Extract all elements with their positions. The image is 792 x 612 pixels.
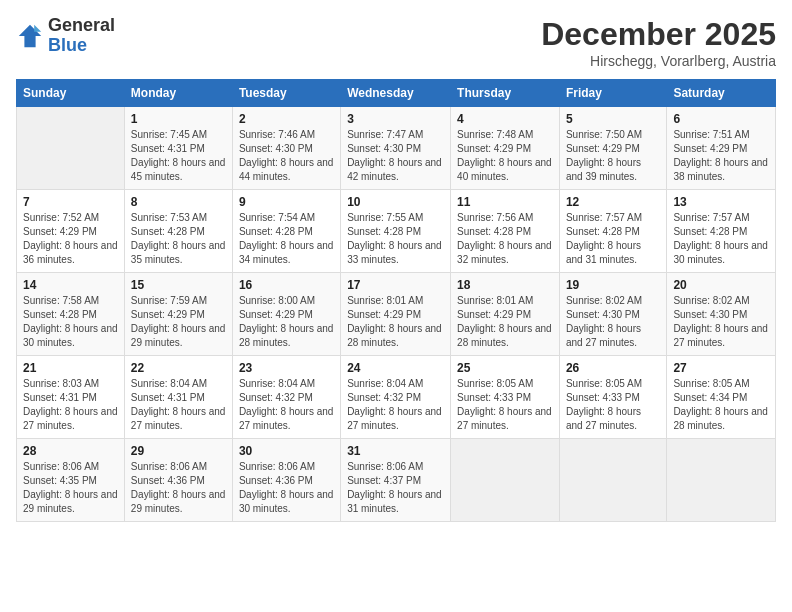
day-number: 12 [566,195,660,209]
calendar-cell: 10Sunrise: 7:55 AMSunset: 4:28 PMDayligh… [341,190,451,273]
calendar-header-row: SundayMondayTuesdayWednesdayThursdayFrid… [17,80,776,107]
day-info: Sunrise: 7:59 AMSunset: 4:29 PMDaylight:… [131,294,226,350]
calendar-cell [667,439,776,522]
calendar-cell: 25Sunrise: 8:05 AMSunset: 4:33 PMDayligh… [451,356,560,439]
calendar-cell: 15Sunrise: 7:59 AMSunset: 4:29 PMDayligh… [124,273,232,356]
day-number: 29 [131,444,226,458]
calendar-cell: 21Sunrise: 8:03 AMSunset: 4:31 PMDayligh… [17,356,125,439]
calendar-week-row: 7Sunrise: 7:52 AMSunset: 4:29 PMDaylight… [17,190,776,273]
day-number: 19 [566,278,660,292]
day-number: 18 [457,278,553,292]
calendar-cell: 9Sunrise: 7:54 AMSunset: 4:28 PMDaylight… [232,190,340,273]
day-number: 25 [457,361,553,375]
month-title: December 2025 [541,16,776,53]
calendar-cell: 5Sunrise: 7:50 AMSunset: 4:29 PMDaylight… [559,107,666,190]
logo-icon [16,22,44,50]
calendar-cell: 1Sunrise: 7:45 AMSunset: 4:31 PMDaylight… [124,107,232,190]
day-info: Sunrise: 7:48 AMSunset: 4:29 PMDaylight:… [457,128,553,184]
day-info: Sunrise: 8:05 AMSunset: 4:34 PMDaylight:… [673,377,769,433]
calendar-cell: 11Sunrise: 7:56 AMSunset: 4:28 PMDayligh… [451,190,560,273]
day-info: Sunrise: 7:51 AMSunset: 4:29 PMDaylight:… [673,128,769,184]
day-info: Sunrise: 7:45 AMSunset: 4:31 PMDaylight:… [131,128,226,184]
calendar-cell: 23Sunrise: 8:04 AMSunset: 4:32 PMDayligh… [232,356,340,439]
calendar-cell: 12Sunrise: 7:57 AMSunset: 4:28 PMDayligh… [559,190,666,273]
calendar-cell [17,107,125,190]
calendar-cell: 6Sunrise: 7:51 AMSunset: 4:29 PMDaylight… [667,107,776,190]
calendar-cell: 17Sunrise: 8:01 AMSunset: 4:29 PMDayligh… [341,273,451,356]
day-info: Sunrise: 8:04 AMSunset: 4:31 PMDaylight:… [131,377,226,433]
calendar-cell [451,439,560,522]
day-info: Sunrise: 7:47 AMSunset: 4:30 PMDaylight:… [347,128,444,184]
day-info: Sunrise: 7:57 AMSunset: 4:28 PMDaylight:… [566,211,660,267]
calendar-day-header: Wednesday [341,80,451,107]
day-info: Sunrise: 8:06 AMSunset: 4:37 PMDaylight:… [347,460,444,516]
day-info: Sunrise: 7:54 AMSunset: 4:28 PMDaylight:… [239,211,334,267]
day-number: 11 [457,195,553,209]
day-number: 10 [347,195,444,209]
calendar-cell: 24Sunrise: 8:04 AMSunset: 4:32 PMDayligh… [341,356,451,439]
day-number: 1 [131,112,226,126]
day-info: Sunrise: 7:52 AMSunset: 4:29 PMDaylight:… [23,211,118,267]
calendar-cell: 19Sunrise: 8:02 AMSunset: 4:30 PMDayligh… [559,273,666,356]
svg-marker-0 [19,25,41,47]
calendar-cell: 2Sunrise: 7:46 AMSunset: 4:30 PMDaylight… [232,107,340,190]
calendar-cell: 30Sunrise: 8:06 AMSunset: 4:36 PMDayligh… [232,439,340,522]
page-header: General Blue December 2025 Hirschegg, Vo… [16,16,776,69]
calendar-table: SundayMondayTuesdayWednesdayThursdayFrid… [16,79,776,522]
day-info: Sunrise: 7:58 AMSunset: 4:28 PMDaylight:… [23,294,118,350]
location-subtitle: Hirschegg, Vorarlberg, Austria [541,53,776,69]
calendar-day-header: Monday [124,80,232,107]
calendar-cell: 8Sunrise: 7:53 AMSunset: 4:28 PMDaylight… [124,190,232,273]
calendar-cell: 20Sunrise: 8:02 AMSunset: 4:30 PMDayligh… [667,273,776,356]
calendar-cell: 16Sunrise: 8:00 AMSunset: 4:29 PMDayligh… [232,273,340,356]
logo-general-text: General [48,16,115,36]
day-number: 6 [673,112,769,126]
day-number: 23 [239,361,334,375]
day-info: Sunrise: 7:55 AMSunset: 4:28 PMDaylight:… [347,211,444,267]
logo-blue-text: Blue [48,36,115,56]
day-number: 17 [347,278,444,292]
day-number: 26 [566,361,660,375]
calendar-cell: 31Sunrise: 8:06 AMSunset: 4:37 PMDayligh… [341,439,451,522]
day-info: Sunrise: 8:01 AMSunset: 4:29 PMDaylight:… [347,294,444,350]
calendar-week-row: 14Sunrise: 7:58 AMSunset: 4:28 PMDayligh… [17,273,776,356]
calendar-day-header: Tuesday [232,80,340,107]
day-number: 28 [23,444,118,458]
calendar-cell: 14Sunrise: 7:58 AMSunset: 4:28 PMDayligh… [17,273,125,356]
day-number: 21 [23,361,118,375]
day-info: Sunrise: 8:04 AMSunset: 4:32 PMDaylight:… [347,377,444,433]
calendar-day-header: Friday [559,80,666,107]
day-info: Sunrise: 8:03 AMSunset: 4:31 PMDaylight:… [23,377,118,433]
day-info: Sunrise: 8:02 AMSunset: 4:30 PMDaylight:… [673,294,769,350]
calendar-cell: 7Sunrise: 7:52 AMSunset: 4:29 PMDaylight… [17,190,125,273]
day-info: Sunrise: 7:57 AMSunset: 4:28 PMDaylight:… [673,211,769,267]
calendar-cell: 26Sunrise: 8:05 AMSunset: 4:33 PMDayligh… [559,356,666,439]
day-info: Sunrise: 7:53 AMSunset: 4:28 PMDaylight:… [131,211,226,267]
day-number: 15 [131,278,226,292]
day-number: 3 [347,112,444,126]
day-info: Sunrise: 7:56 AMSunset: 4:28 PMDaylight:… [457,211,553,267]
calendar-cell: 22Sunrise: 8:04 AMSunset: 4:31 PMDayligh… [124,356,232,439]
day-number: 7 [23,195,118,209]
day-number: 8 [131,195,226,209]
day-info: Sunrise: 7:46 AMSunset: 4:30 PMDaylight:… [239,128,334,184]
calendar-day-header: Sunday [17,80,125,107]
calendar-cell: 4Sunrise: 7:48 AMSunset: 4:29 PMDaylight… [451,107,560,190]
day-info: Sunrise: 8:00 AMSunset: 4:29 PMDaylight:… [239,294,334,350]
calendar-day-header: Saturday [667,80,776,107]
day-number: 31 [347,444,444,458]
day-number: 9 [239,195,334,209]
logo: General Blue [16,16,115,56]
calendar-day-header: Thursday [451,80,560,107]
calendar-cell: 27Sunrise: 8:05 AMSunset: 4:34 PMDayligh… [667,356,776,439]
day-info: Sunrise: 8:01 AMSunset: 4:29 PMDaylight:… [457,294,553,350]
day-number: 4 [457,112,553,126]
day-number: 20 [673,278,769,292]
calendar-week-row: 28Sunrise: 8:06 AMSunset: 4:35 PMDayligh… [17,439,776,522]
calendar-cell: 13Sunrise: 7:57 AMSunset: 4:28 PMDayligh… [667,190,776,273]
day-number: 24 [347,361,444,375]
day-info: Sunrise: 7:50 AMSunset: 4:29 PMDaylight:… [566,128,660,184]
day-number: 27 [673,361,769,375]
calendar-cell [559,439,666,522]
day-info: Sunrise: 8:06 AMSunset: 4:36 PMDaylight:… [131,460,226,516]
